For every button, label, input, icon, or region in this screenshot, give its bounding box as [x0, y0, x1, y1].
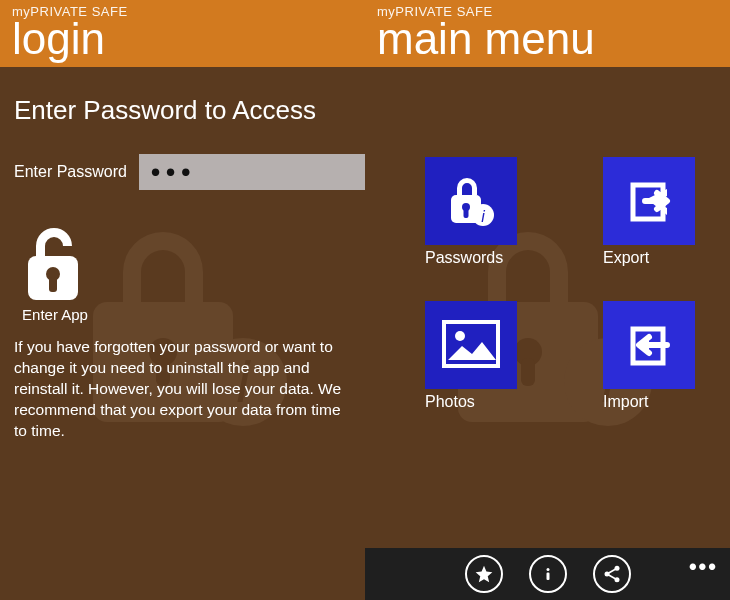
svg-point-20 — [546, 568, 549, 571]
app-name: myPRIVATE SAFE — [12, 4, 353, 19]
photo-icon — [440, 318, 502, 372]
instruction-text: Enter Password to Access — [14, 95, 351, 126]
appbar-favorite-button[interactable] — [465, 555, 503, 593]
page-title: main menu — [377, 17, 718, 61]
login-screen: myPRIVATE SAFE login i Enter Password to… — [0, 0, 365, 600]
info-icon — [539, 565, 557, 583]
enter-app-button[interactable]: Enter App — [20, 224, 90, 323]
password-label: Enter Password — [14, 163, 127, 181]
password-row: Enter Password — [14, 154, 351, 190]
tile-label: Import — [603, 393, 648, 411]
header: myPRIVATE SAFE login — [0, 0, 365, 67]
tile-grid: i Passwords Expo — [365, 67, 730, 411]
svg-rect-7 — [49, 277, 57, 292]
appbar-info-button[interactable] — [529, 555, 567, 593]
tile-photos[interactable]: Photos — [425, 301, 525, 411]
svg-rect-15 — [464, 208, 469, 218]
appbar-more-button[interactable]: ••• — [689, 554, 718, 580]
tile-label: Photos — [425, 393, 475, 411]
enter-app-label: Enter App — [22, 306, 88, 323]
forgot-password-note: If you have forgotten your password or w… — [14, 337, 351, 442]
lock-info-icon: i — [441, 171, 501, 231]
tile-import[interactable]: Import — [603, 301, 703, 411]
share-icon — [602, 564, 622, 584]
star-icon — [474, 564, 494, 584]
tile-export[interactable]: Export — [603, 157, 703, 267]
svg-rect-21 — [546, 573, 549, 581]
tile-label: Passwords — [425, 249, 503, 267]
app-name: myPRIVATE SAFE — [377, 4, 718, 19]
appbar-share-button[interactable] — [593, 555, 631, 593]
main-menu-screen: myPRIVATE SAFE main menu i — [365, 0, 730, 600]
export-icon — [619, 171, 679, 231]
page-title: login — [12, 17, 353, 61]
header: myPRIVATE SAFE main menu — [365, 0, 730, 67]
tile-label: Export — [603, 249, 649, 267]
svg-text:i: i — [481, 208, 485, 225]
password-input[interactable] — [139, 154, 365, 190]
import-icon — [619, 315, 679, 375]
unlock-icon — [20, 224, 90, 304]
tile-passwords[interactable]: i Passwords — [425, 157, 525, 267]
svg-point-19 — [455, 331, 465, 341]
app-bar: ••• — [365, 548, 730, 600]
